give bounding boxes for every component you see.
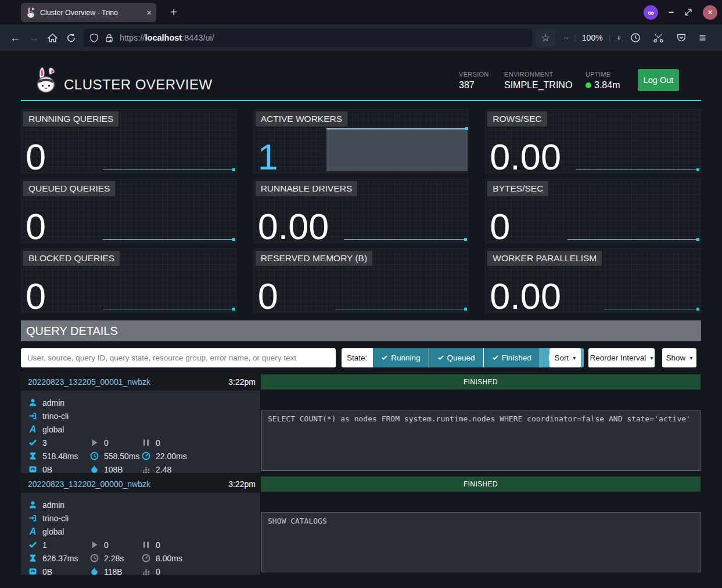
- check-icon: [28, 540, 37, 549]
- screenshot-scissors-icon[interactable]: [653, 33, 664, 43]
- wall-time: 626.37ms: [42, 554, 78, 563]
- wall-time: 518.48ms: [42, 452, 78, 461]
- tab-close-icon[interactable]: ×: [146, 8, 152, 17]
- history-clock-icon[interactable]: [630, 33, 641, 43]
- sparkline-dot: [465, 127, 468, 130]
- sparkline-dot: [232, 238, 235, 241]
- home-icon[interactable]: [43, 33, 62, 43]
- hourglass-icon: [28, 452, 37, 460]
- zoom-out-icon[interactable]: −: [563, 33, 568, 42]
- flame-icon: [90, 567, 99, 576]
- query-id-link[interactable]: 20220823_132202_00000_nwbzk: [28, 479, 150, 489]
- forward-icon[interactable]: →: [24, 32, 43, 44]
- logout-button[interactable]: Log Out: [638, 69, 679, 91]
- stat-label: QUEUED QUERIES: [23, 181, 115, 196]
- sparkline: [344, 239, 467, 240]
- zoom-level[interactable]: 100%: [582, 33, 603, 42]
- stat-value: 0.00: [490, 139, 561, 175]
- query-status-badge: FINISHED: [261, 477, 701, 492]
- navigation-toolbar: ← → https://localhost:8443/ui/ ☆ − |: [0, 24, 722, 51]
- play-icon: [90, 540, 99, 549]
- query-resource-group: global: [42, 425, 64, 434]
- private-browsing-icon[interactable]: ∞: [644, 5, 658, 20]
- stat-value: 0: [490, 208, 510, 245]
- reload-icon[interactable]: [62, 33, 80, 43]
- window-close-button[interactable]: ×: [703, 5, 717, 20]
- separator: |: [609, 33, 611, 42]
- reorder-interval-dropdown[interactable]: Reorder Interval▾: [588, 348, 655, 367]
- sparkline: [576, 169, 699, 170]
- query-stats-panel: admin trino-cli A global 1 0 0: [21, 493, 260, 575]
- bookmark-star-icon[interactable]: ☆: [536, 28, 555, 47]
- state-filter-running[interactable]: Running: [372, 348, 428, 367]
- stat-label: RUNNING QUERIES: [23, 111, 118, 127]
- menu-icon[interactable]: ≡: [699, 31, 706, 45]
- sparkline-dot: [696, 168, 699, 171]
- stat-tile-bytes-sec: BYTES/SEC 0: [485, 179, 701, 244]
- state-filter-queued[interactable]: Queued: [429, 348, 483, 367]
- sort-dropdown[interactable]: Sort▾: [549, 348, 581, 367]
- running-splits: 0: [104, 540, 109, 550]
- state-filter-label: State:: [342, 348, 372, 367]
- pocket-icon[interactable]: [676, 33, 687, 43]
- check-icon: [437, 355, 444, 361]
- uptime-meta: UPTIME 3.84m: [585, 71, 620, 91]
- sparkline: [103, 309, 234, 309]
- url-bar[interactable]: https://localhost:8443/ui/: [84, 28, 532, 47]
- trino-ui-page: CLUSTER OVERVIEW VERSION 387 ENVIRONMENT…: [0, 51, 722, 588]
- environment-value: SIMPLE_TRINO: [504, 80, 572, 91]
- stat-tile-runnable-drivers: RUNNABLE DRIVERS 0.00: [253, 179, 469, 244]
- equalizer-dots-icon: [142, 567, 150, 576]
- uptime-label: UPTIME: [585, 71, 620, 78]
- state-filter-group: State: Running Queued Finished Failed ▾: [342, 348, 584, 367]
- query-source: trino-cli: [42, 412, 69, 421]
- cluster-stats-grid: RUNNING QUERIES 0 ACTIVE WORKERS 1 ROWS/…: [21, 109, 701, 313]
- browser-tab[interactable]: Cluster Overview - Trino ×: [21, 3, 156, 22]
- stat-value: 0: [26, 278, 46, 315]
- query-user: admin: [42, 500, 64, 510]
- back-icon[interactable]: ←: [6, 32, 24, 44]
- query-id-link[interactable]: 20220823_132205_00001_nwbzk: [28, 377, 150, 387]
- separator: |: [574, 33, 576, 42]
- pause-icon: [142, 438, 150, 447]
- tab-title: Cluster Overview - Trino: [40, 9, 142, 17]
- show-dropdown[interactable]: Show▾: [662, 348, 696, 367]
- check-icon: [492, 355, 498, 361]
- query-filter-toolbar: State: Running Queued Finished Failed ▾: [0, 348, 722, 367]
- stat-label: RESERVED MEMORY (B): [256, 251, 372, 266]
- resource-group-icon: A: [28, 424, 37, 435]
- lock-warning-icon[interactable]: [105, 33, 114, 43]
- trino-favicon: [26, 7, 36, 19]
- pause-icon: [142, 540, 150, 549]
- window-controls: ∞ – ×: [644, 0, 717, 24]
- query-status-badge: FINISHED: [261, 374, 701, 389]
- query-stats-panel: admin trino-cli A global 3 0 0: [21, 391, 260, 473]
- check-icon: [381, 355, 387, 361]
- query-search-input[interactable]: [21, 348, 336, 367]
- window-minimize-button[interactable]: –: [669, 7, 674, 17]
- stat-tile-reserved-memory: RESERVED MEMORY (B) 0: [253, 248, 469, 313]
- query-user: admin: [42, 398, 64, 407]
- cpu-time: 558.50ms: [104, 452, 139, 461]
- query-sql-text: SELECT COUNT(*) as nodes FROM system.run…: [261, 410, 701, 471]
- chevron-down-icon: ▾: [573, 355, 576, 361]
- play-icon: [90, 438, 99, 447]
- sparkline-dot: [696, 308, 699, 311]
- queued-splits: 0: [156, 438, 160, 448]
- zoom-in-icon[interactable]: +: [616, 33, 621, 42]
- query-sql-text: SHOW CATALOGS: [261, 512, 701, 572]
- stat-label: ROWS/SEC: [487, 111, 547, 127]
- state-filter-finished[interactable]: Finished: [483, 348, 540, 367]
- query-row-header: 20220823_132202_00000_nwbzk 3:22pm FINIS…: [21, 475, 701, 493]
- user-icon: [28, 500, 37, 509]
- sparkline-dot: [464, 238, 467, 241]
- uptime-value: 3.84m: [594, 80, 620, 91]
- window-restore-button[interactable]: [684, 8, 692, 16]
- query-row-header: 20220823_132205_00001_nwbzk 3:22pm FINIS…: [21, 373, 701, 391]
- url-host: localhost: [145, 33, 182, 42]
- stat-label: WORKER PARALLELISM: [487, 251, 602, 266]
- url-text: https://localhost:8443/ui/: [120, 33, 214, 42]
- new-tab-button[interactable]: +: [166, 5, 181, 20]
- browser-window: Cluster Overview - Trino × + ∞ – × ← →: [0, 0, 722, 588]
- shield-icon[interactable]: [89, 33, 99, 43]
